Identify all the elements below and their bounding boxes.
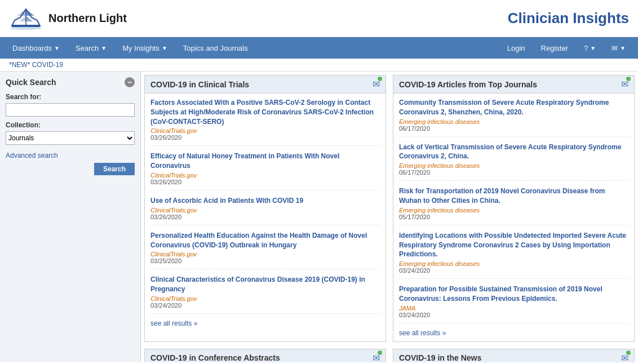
section-news-title: COVID-19 in the News bbox=[399, 353, 481, 362]
sidebar-collapse-button[interactable]: − bbox=[125, 77, 135, 87]
navbar: Dashboards▼ Search▼ My Insights▼ Topics … bbox=[0, 37, 638, 59]
section-clinical-trials-title: COVID-19 in Clinical Trials bbox=[150, 80, 249, 89]
article-item: Risk for Transportation of 2019 Novel Co… bbox=[399, 187, 628, 225]
section-clinical-trials-header: COVID-19 in Clinical Trials ✉ bbox=[145, 76, 386, 94]
article-item: Use of Ascorbic Acid in Patients With CO… bbox=[150, 196, 380, 225]
article-date: 03/25/2020 bbox=[150, 258, 380, 264]
nav-dashboards[interactable]: Dashboards▼ bbox=[5, 37, 68, 59]
article-title[interactable]: Use of Ascorbic Acid in Patients With CO… bbox=[150, 196, 380, 206]
logo-area: Northern Light bbox=[9, 3, 127, 33]
sidebar-title: Quick Search bbox=[6, 78, 56, 87]
email-alert-icon-clinical-trials[interactable]: ✉ bbox=[373, 79, 380, 90]
email-alert-icon-news[interactable]: ✉ bbox=[621, 353, 628, 362]
article-item: Identifying Locations with Possible Unde… bbox=[399, 231, 628, 279]
help-dropdown-arrow: ▼ bbox=[590, 45, 596, 51]
section-news: COVID-19 in the News ✉ Coronavirus Lockd… bbox=[393, 349, 635, 362]
collection-select[interactable]: Journals All Clinical Trials Conference … bbox=[6, 131, 135, 145]
article-date: 03/24/2020 bbox=[399, 312, 628, 318]
main-layout: Quick Search − Search for: Collection: J… bbox=[0, 72, 638, 362]
nav-login[interactable]: Login bbox=[499, 37, 533, 59]
article-title[interactable]: Personalized Health Education Against th… bbox=[150, 231, 380, 250]
article-item: Efficacy of Natural Honey Treatment in P… bbox=[150, 152, 380, 190]
section-clinical-trials: COVID-19 in Clinical Trials ✉ Factors As… bbox=[144, 75, 386, 342]
article-source: Emerging infectious diseases bbox=[399, 207, 628, 214]
article-item: Lack of Vertical Transmission of Severe … bbox=[399, 143, 628, 181]
nav-myinsights[interactable]: My Insights▼ bbox=[114, 37, 175, 59]
section-news-header: COVID-19 in the News ✉ bbox=[393, 349, 634, 362]
article-item: Community Transmission of Severe Acute R… bbox=[399, 98, 628, 137]
email-alert-icon-conference[interactable]: ✉ bbox=[373, 353, 380, 362]
article-item: Preparation for Possible Sustained Trans… bbox=[399, 285, 628, 323]
article-title[interactable]: Efficacy of Natural Honey Treatment in P… bbox=[150, 152, 380, 171]
section-conference-abstracts: COVID-19 in Conference Abstracts ✉ Mappi… bbox=[144, 349, 386, 362]
section-conference-abstracts-header: COVID-19 in Conference Abstracts ✉ bbox=[145, 349, 386, 362]
nav-register[interactable]: Register bbox=[533, 37, 576, 59]
article-title[interactable]: Lack of Vertical Transmission of Severe … bbox=[399, 143, 628, 162]
collection-label: Collection: bbox=[6, 121, 135, 129]
nav-help[interactable]: ?▼ bbox=[576, 37, 604, 59]
email-alert-icon-top-journals[interactable]: ✉ bbox=[621, 79, 628, 90]
article-date: 06/17/2020 bbox=[399, 125, 628, 132]
article-title[interactable]: Clinical Characteristics of Coronavirus … bbox=[150, 275, 380, 294]
section-top-journals-body: Community Transmission of Severe Acute R… bbox=[393, 94, 634, 341]
advanced-search-link[interactable]: Advanced search bbox=[6, 152, 135, 159]
article-source: ClinicalTrials.gov bbox=[150, 172, 380, 179]
myinsights-dropdown-arrow: ▼ bbox=[162, 45, 167, 51]
search-for-label: Search for: bbox=[6, 93, 135, 101]
article-item: Personalized Health Education Against th… bbox=[150, 231, 380, 270]
article-title[interactable]: Factors Associated With a Positive SARS-… bbox=[150, 98, 380, 126]
nav-topics-journals[interactable]: Topics and Journals bbox=[175, 37, 256, 59]
article-date: 05/17/2020 bbox=[399, 214, 628, 220]
article-date: 06/17/2020 bbox=[399, 169, 628, 176]
article-date: 03/26/2020 bbox=[150, 214, 380, 220]
search-button[interactable]: Search bbox=[94, 163, 135, 175]
dashboards-dropdown-arrow: ▼ bbox=[54, 45, 60, 51]
brand-title: Clinician Insights bbox=[508, 10, 629, 27]
nav-mail[interactable]: ✉▼ bbox=[604, 37, 633, 59]
article-source: Emerging infectious diseases bbox=[399, 162, 628, 169]
search-input[interactable] bbox=[6, 103, 135, 117]
logo-icon bbox=[9, 3, 43, 33]
article-source: ClinicalTrials.gov bbox=[150, 251, 380, 258]
article-source: Emerging infectious diseases bbox=[399, 260, 628, 267]
see-all-top-journals[interactable]: see all results » bbox=[399, 329, 628, 337]
section-top-journals-header: COVID-19 Articles from Top Journals ✉ bbox=[393, 76, 634, 94]
article-source: JAMA bbox=[399, 305, 628, 312]
article-date: 03/26/2020 bbox=[150, 134, 380, 141]
article-date: 03/26/2020 bbox=[150, 179, 380, 185]
section-top-journals: COVID-19 Articles from Top Journals ✉ Co… bbox=[393, 75, 635, 342]
nav-search[interactable]: Search▼ bbox=[68, 37, 114, 59]
article-item: Clinical Characteristics of Coronavirus … bbox=[150, 275, 380, 314]
section-top-journals-title: COVID-19 Articles from Top Journals bbox=[399, 80, 537, 89]
article-source: ClinicalTrials.gov bbox=[150, 295, 380, 302]
article-title[interactable]: Identifying Locations with Possible Unde… bbox=[399, 231, 628, 259]
article-date: 03/24/2020 bbox=[150, 302, 380, 309]
article-source: Emerging infectious diseases bbox=[399, 118, 628, 125]
article-source: ClinicalTrials.gov bbox=[150, 207, 380, 214]
mail-dropdown-arrow: ▼ bbox=[620, 45, 626, 51]
page-header: Northern Light Clinician Insights bbox=[0, 0, 638, 37]
alert-link[interactable]: *NEW* COVID-19 bbox=[9, 61, 63, 69]
article-title[interactable]: Risk for Transportation of 2019 Novel Co… bbox=[399, 187, 628, 206]
article-title[interactable]: Community Transmission of Severe Acute R… bbox=[399, 98, 628, 117]
content-grid: COVID-19 in Clinical Trials ✉ Factors As… bbox=[141, 72, 638, 362]
article-source: ClinicalTrials.gov bbox=[150, 127, 380, 134]
search-dropdown-arrow: ▼ bbox=[101, 45, 107, 51]
section-clinical-trials-body: Factors Associated With a Positive SARS-… bbox=[145, 94, 386, 332]
article-date: 03/24/2020 bbox=[399, 267, 628, 274]
sidebar-header: Quick Search − bbox=[6, 77, 135, 87]
nav-right: Login Register ?▼ ✉▼ bbox=[499, 37, 633, 59]
svg-point-7 bbox=[10, 26, 42, 30]
article-item: Factors Associated With a Positive SARS-… bbox=[150, 98, 380, 146]
see-all-clinical-trials[interactable]: see all results » bbox=[150, 319, 380, 327]
alert-bar: *NEW* COVID-19 bbox=[0, 59, 638, 72]
sidebar: Quick Search − Search for: Collection: J… bbox=[0, 72, 141, 362]
logo-text: Northern Light bbox=[48, 12, 127, 25]
article-title[interactable]: Preparation for Possible Sustained Trans… bbox=[399, 285, 628, 304]
section-conference-abstracts-title: COVID-19 in Conference Abstracts bbox=[150, 353, 280, 362]
